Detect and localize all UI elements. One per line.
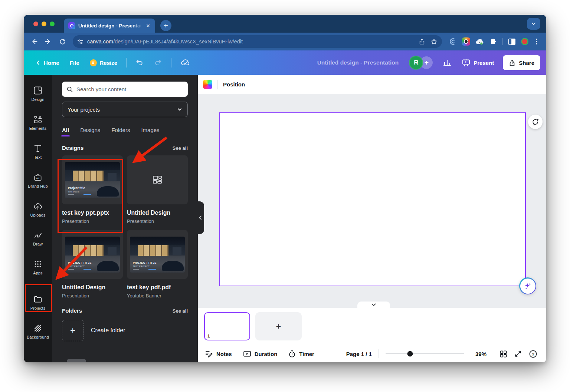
- user-avatar[interactable]: R: [409, 56, 423, 70]
- design-title: test key pdf.pdf: [127, 284, 188, 291]
- draw-icon: [33, 230, 43, 240]
- browser-profile-avatar[interactable]: [521, 38, 528, 45]
- new-tab-button[interactable]: +: [160, 20, 171, 31]
- sidebar-item-uploads[interactable]: Uploads: [25, 196, 50, 223]
- sidebar-item-text[interactable]: Text: [25, 138, 50, 165]
- add-page-button[interactable]: +: [255, 312, 302, 340]
- comment-plus-icon: [531, 118, 540, 126]
- sidebar-item-apps[interactable]: Apps: [25, 254, 50, 280]
- create-folder-button[interactable]: + Create folder: [62, 320, 188, 341]
- tab-search-button[interactable]: [527, 18, 540, 30]
- design-card-untitled-2[interactable]: PROJECT TITLE TEST PROJECT Untitled Desi…: [62, 230, 123, 304]
- zoom-percent: 39%: [475, 351, 487, 357]
- design-title: Untitled Design: [127, 210, 188, 216]
- zoom-slider[interactable]: [386, 353, 464, 354]
- designs-see-all-link[interactable]: See all: [173, 145, 188, 151]
- browser-titlebar: Untitled design - Presentation ✕ +: [24, 15, 546, 33]
- tab-images[interactable]: Images: [141, 127, 159, 136]
- undo-button[interactable]: [130, 55, 149, 70]
- annotation-box-projects: [25, 284, 52, 312]
- projects-filter-dropdown[interactable]: Your projects: [62, 102, 188, 117]
- chevron-down-icon: [177, 107, 182, 112]
- browser-menu-icon[interactable]: [534, 38, 540, 45]
- svg-text:?: ?: [531, 352, 534, 356]
- site-settings-icon[interactable]: [77, 39, 83, 45]
- share-icon: [509, 59, 515, 66]
- plus-icon: +: [62, 320, 83, 341]
- chevron-left-icon: [199, 215, 202, 220]
- reload-button[interactable]: [56, 36, 68, 47]
- add-comment-button[interactable]: [528, 115, 543, 129]
- collapse-filmstrip-handle[interactable]: [357, 302, 390, 308]
- canva-favicon-icon: [68, 22, 75, 29]
- zoom-slider-knob[interactable]: [407, 351, 413, 357]
- text-icon: [33, 144, 43, 153]
- uploads-icon: [33, 201, 43, 211]
- duration-button[interactable]: Duration: [243, 350, 278, 357]
- notes-button[interactable]: Notes: [205, 350, 232, 358]
- design-thumbnail-photo: PROJECT TITLE TEST PROJECT: [130, 237, 185, 273]
- design-title: Untitled Design: [62, 284, 123, 291]
- redo-button[interactable]: [149, 55, 167, 70]
- timer-button[interactable]: Timer: [288, 350, 314, 358]
- document-title[interactable]: Untitled design - Presentation: [317, 59, 399, 66]
- tab-all[interactable]: All: [62, 127, 69, 136]
- magic-ai-button[interactable]: [519, 277, 536, 294]
- grid-view-button[interactable]: [497, 347, 510, 360]
- resize-button[interactable]: ♛ Resize: [85, 55, 123, 70]
- slide-page[interactable]: [219, 112, 526, 286]
- file-menu-button[interactable]: File: [65, 55, 85, 70]
- search-input[interactable]: [76, 86, 183, 92]
- share-button[interactable]: Share: [503, 55, 540, 70]
- share-page-icon[interactable]: [419, 38, 425, 45]
- home-button[interactable]: Home: [30, 55, 65, 70]
- back-button[interactable]: [28, 36, 40, 47]
- extension-crescent-icon[interactable]: [449, 37, 457, 46]
- browser-url-bar: canva.com/design/DAFpEJL8sJ4/af4kUWscX_s…: [24, 33, 546, 50]
- extension-camera-icon[interactable]: [462, 37, 470, 46]
- sidebar-item-background[interactable]: Background: [25, 318, 50, 345]
- design-icon: [33, 86, 43, 95]
- browser-tab[interactable]: Untitled design - Presentation ✕: [64, 19, 155, 33]
- tab-designs[interactable]: Designs: [80, 127, 100, 136]
- help-icon: ?: [529, 350, 537, 358]
- layout-placeholder-icon: [151, 174, 164, 186]
- background-color-swatch[interactable]: [203, 80, 212, 89]
- present-button[interactable]: Present: [456, 55, 499, 70]
- zoom-window-button[interactable]: [50, 22, 55, 26]
- elements-icon: [33, 115, 43, 124]
- apps-icon: [33, 259, 43, 269]
- forward-button[interactable]: [42, 36, 54, 47]
- canvas-viewport[interactable]: [198, 94, 546, 308]
- help-button[interactable]: ?: [527, 347, 539, 360]
- close-window-button[interactable]: [33, 22, 38, 26]
- design-card-untitled-1[interactable]: Untitled Design Presentation: [127, 155, 188, 230]
- extensions-puzzle-icon[interactable]: [489, 38, 497, 46]
- sidebar-item-design[interactable]: Design: [25, 80, 50, 107]
- minimize-window-button[interactable]: [42, 22, 46, 26]
- insights-button[interactable]: [438, 55, 456, 70]
- tab-close-icon[interactable]: ✕: [145, 22, 151, 29]
- sidebar-item-draw[interactable]: Draw: [25, 225, 50, 251]
- brand-hub-icon: co.: [33, 172, 43, 182]
- sidebar-item-elements[interactable]: Elements: [25, 109, 50, 136]
- extension-cloud-icon[interactable]: [475, 38, 484, 45]
- tab-folders[interactable]: Folders: [111, 127, 130, 136]
- chevron-down-icon: [531, 21, 536, 26]
- page-thumbnail-1[interactable]: 1: [204, 312, 250, 340]
- address-bar[interactable]: canva.com/design/DAFpEJL8sJ4/af4kUWscX_s…: [73, 35, 442, 48]
- folders-see-all-link[interactable]: See all: [173, 308, 188, 314]
- cloud-save-status-icon[interactable]: [175, 55, 195, 70]
- collapse-panel-handle[interactable]: [198, 201, 204, 234]
- sidebar-toggle-icon[interactable]: [508, 38, 516, 45]
- sidebar-item-brand-hub[interactable]: co. Brand Hub: [25, 167, 50, 194]
- position-button[interactable]: Position: [223, 81, 245, 88]
- svg-text:co.: co.: [36, 177, 40, 179]
- panel-tabs: All Designs Folders Images: [62, 127, 188, 136]
- present-screen-icon: [462, 59, 471, 67]
- design-card-test-key-pdf[interactable]: PROJECT TITLE TEST PROJECT test key pdf.…: [127, 230, 188, 304]
- bookmark-star-icon[interactable]: [430, 38, 438, 45]
- content-search[interactable]: [62, 82, 188, 97]
- fullscreen-button[interactable]: [512, 347, 524, 360]
- page-indicator: Page 1 / 1: [346, 351, 372, 357]
